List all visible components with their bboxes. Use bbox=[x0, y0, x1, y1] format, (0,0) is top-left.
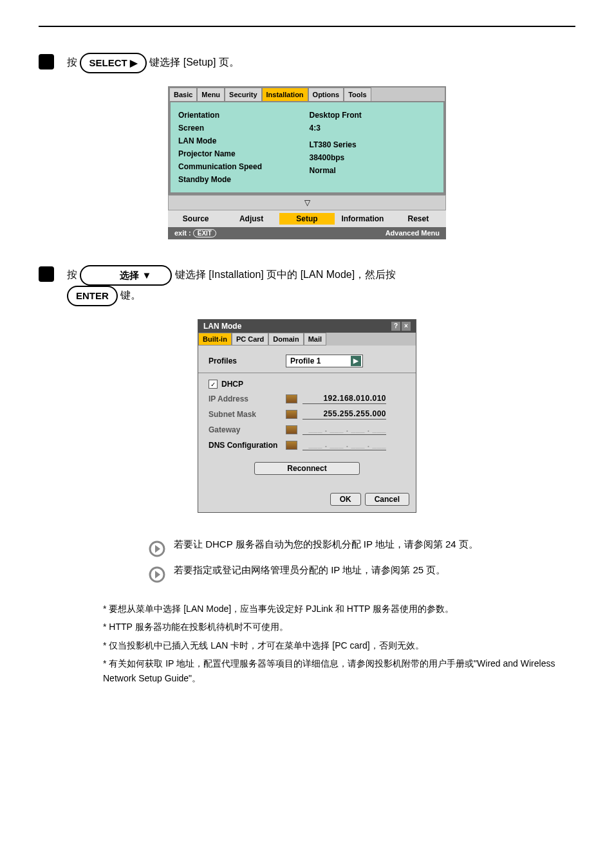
keyboard-icon[interactable] bbox=[286, 425, 297, 434]
step4-prefix: 按 bbox=[67, 57, 80, 68]
step-5: 按 选择 ▼ 键选择 [Installation] 页中的 [LAN Mode]… bbox=[39, 265, 575, 306]
subnet-value: 255.255.255.000 bbox=[302, 409, 386, 420]
footer-advanced: Advanced Menu bbox=[386, 229, 440, 237]
step4-suffix: 键选择 [Setup] 页。 bbox=[149, 57, 239, 68]
row-comm-speed: Communication Speed bbox=[178, 160, 294, 173]
profiles-value: Profile 1 bbox=[290, 356, 321, 365]
setup-tabs: Basic Menu Security Installation Options… bbox=[169, 88, 445, 101]
profiles-select[interactable]: Profile 1 ▶ bbox=[286, 355, 363, 367]
row-screen: Screen bbox=[178, 122, 294, 134]
lan-title-bar: LAN Mode ? × bbox=[198, 320, 416, 333]
ip-label: IP Address bbox=[209, 394, 286, 403]
step-4: 按 SELECT ▶ 键选择 [Setup] 页。 bbox=[39, 53, 575, 73]
val-screen: 4:3 bbox=[310, 122, 436, 134]
step-bullet bbox=[39, 54, 54, 69]
mb-information: Information bbox=[335, 214, 390, 223]
setup-menu-screenshot: Basic Menu Security Installation Options… bbox=[168, 86, 446, 239]
subnet-label: Subnet Mask bbox=[209, 410, 286, 419]
tab-menu: Menu bbox=[197, 88, 225, 101]
step5-suffix: 键。 bbox=[120, 290, 141, 300]
lan-mode-dialog: LAN Mode ? × Built-in PC Card Domain Mai… bbox=[198, 319, 416, 513]
mb-source: Source bbox=[168, 214, 223, 223]
dns-value: ___ . ___ . ___ . ___ bbox=[302, 440, 386, 450]
keyboard-icon[interactable] bbox=[286, 394, 297, 403]
step-4-text: 按 SELECT ▶ 键选择 [Setup] 页。 bbox=[67, 53, 239, 73]
instruction-b-text: 若要指定或登记由网络管理员分配的 IP 地址，请参阅第 25 页。 bbox=[174, 564, 445, 577]
tab-options: Options bbox=[308, 88, 344, 101]
instruction-a-text: 若要让 DHCP 服务器自动为您的投影机分配 IP 地址，请参阅第 24 页。 bbox=[174, 539, 478, 551]
setup-menubar: Source Adjust Setup Information Reset bbox=[168, 210, 446, 227]
dns-label: DNS Configuration bbox=[209, 441, 286, 450]
gateway-value: ___ . ___ . ___ . ___ bbox=[302, 425, 386, 435]
tab-security: Security bbox=[225, 88, 261, 101]
val-projector-name: LT380 Series bbox=[310, 138, 436, 151]
triangle-down-icon: ▽ bbox=[304, 198, 310, 207]
arrow-circle-icon bbox=[148, 540, 166, 558]
profiles-label: Profiles bbox=[209, 356, 286, 365]
instruction-b: 若要指定或登记由网络管理员分配的 IP 地址，请参阅第 25 页。 bbox=[148, 564, 575, 584]
select-right-key: SELECT ▶ bbox=[80, 53, 146, 73]
step-bullet bbox=[39, 266, 54, 282]
lan-tabs: Built-in PC Card Domain Mail bbox=[198, 333, 416, 346]
tab-domain: Domain bbox=[268, 333, 303, 346]
dropdown-arrow-icon: ▶ bbox=[351, 356, 361, 366]
val-standby: Normal bbox=[310, 164, 436, 177]
tab-tools: Tools bbox=[344, 88, 371, 101]
mb-reset: Reset bbox=[391, 214, 446, 223]
arrow-circle-icon bbox=[148, 566, 166, 584]
step-5-text: 按 选择 ▼ 键选择 [Installation] 页中的 [LAN Mode]… bbox=[67, 265, 396, 306]
note-4: * 有关如何获取 IP 地址，配置代理服务器等项目的详细信息，请参阅投影机附带的… bbox=[103, 656, 575, 685]
tab-pccard: PC Card bbox=[232, 333, 268, 346]
tab-mail: Mail bbox=[304, 333, 326, 346]
dhcp-label: DHCP bbox=[221, 380, 243, 389]
note-1: * 要想从菜单中选择 [LAN Mode]，应当事先设定好 PJLink 和 H… bbox=[103, 602, 575, 616]
select-down-key: 选择 ▼ bbox=[80, 265, 172, 286]
step5-prefix: 按 bbox=[67, 269, 80, 280]
ok-button[interactable]: OK bbox=[330, 493, 361, 506]
nav-down-indicator: ▽ bbox=[168, 195, 446, 210]
keyboard-icon[interactable] bbox=[286, 410, 297, 419]
close-icon: × bbox=[402, 322, 411, 331]
cancel-button[interactable]: Cancel bbox=[365, 493, 409, 506]
val-orientation: Desktop Front bbox=[310, 109, 436, 122]
step5-mid: 键选择 [Installation] 页中的 [LAN Mode]，然后按 bbox=[175, 269, 396, 280]
enter-key: ENTER bbox=[67, 286, 118, 306]
row-standby: Standby Mode bbox=[178, 173, 294, 186]
reconnect-button[interactable]: Reconnect bbox=[254, 462, 359, 475]
val-comm-speed: 38400bps bbox=[310, 151, 436, 164]
tab-builtin: Built-in bbox=[198, 333, 232, 346]
row-orientation: Orientation bbox=[178, 109, 294, 122]
mb-adjust: Adjust bbox=[223, 214, 279, 223]
keyboard-icon[interactable] bbox=[286, 441, 297, 450]
tab-basic: Basic bbox=[169, 88, 197, 101]
instruction-a: 若要让 DHCP 服务器自动为您的投影机分配 IP 地址，请参阅第 24 页。 bbox=[148, 539, 575, 558]
lan-title-text: LAN Mode bbox=[203, 322, 241, 331]
help-icon: ? bbox=[391, 322, 400, 331]
gateway-label: Gateway bbox=[209, 425, 286, 434]
dhcp-checkbox[interactable]: ✓ bbox=[209, 380, 218, 389]
row-lanmode: LAN Mode bbox=[178, 134, 294, 147]
note-2: * HTTP 服务器功能在投影机待机时不可使用。 bbox=[103, 620, 575, 634]
ip-value: 192.168.010.010 bbox=[302, 394, 386, 404]
footer-exit-label: exit : bbox=[174, 229, 191, 237]
mb-setup: Setup bbox=[279, 213, 335, 225]
row-projector-name: Projector Name bbox=[178, 147, 294, 160]
footer-exit-pill: EXIT bbox=[193, 229, 216, 237]
note-3: * 仅当投影机中已插入无线 LAN 卡时，才可在菜单中选择 [PC card]，… bbox=[103, 638, 575, 652]
tab-installation: Installation bbox=[262, 88, 308, 101]
setup-footer: exit : EXIT Advanced Menu bbox=[168, 227, 446, 239]
